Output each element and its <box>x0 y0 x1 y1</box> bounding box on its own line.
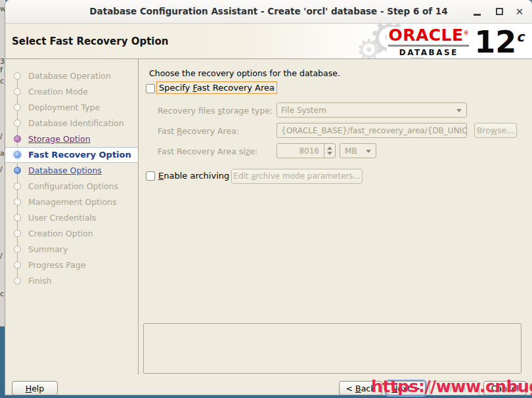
label-text: nable archiving <box>164 171 229 181</box>
button-mnemonic: w <box>491 125 497 135</box>
button-text: elp <box>32 384 44 393</box>
wizard-banner: ⚙ ⚙ ⚙ Select Fast Recovery Option ORACLE… <box>5 24 532 59</box>
minimize-icon[interactable] <box>470 5 485 18</box>
step-dot <box>14 167 21 174</box>
sidebar-item-finish: Finish <box>5 273 138 289</box>
sidebar-separator <box>138 59 139 374</box>
button-mnemonic: B <box>355 384 361 393</box>
background-text-fragment: / <box>0 252 3 259</box>
label-text: Fast <box>158 126 177 136</box>
oracle-logo-left: ORACLE® DATABASE <box>388 27 469 57</box>
sidebar-item-storage-option[interactable]: Storage Option <box>5 131 138 147</box>
logo-divider <box>388 45 469 47</box>
step-dot <box>14 183 21 190</box>
chevron-down-icon <box>456 109 462 112</box>
chevron-down-icon <box>366 150 371 153</box>
step-label[interactable]: Storage Option <box>28 134 91 144</box>
spinner-down-icon <box>327 152 332 155</box>
specify-fra-label[interactable]: Specify Fast Recovery Area <box>156 81 277 94</box>
button-text: < <box>346 384 355 393</box>
button-text: rchive mode parameters... <box>256 171 361 181</box>
page-title: Select Fast Recovery Option <box>12 35 168 47</box>
spinner-value: 8016 <box>299 146 319 156</box>
step-label: Finish <box>28 276 52 286</box>
window-title: Database Configuration Assistant - Creat… <box>5 6 532 16</box>
step-dot <box>14 246 21 253</box>
fra-size-label: Fast Recovery Area size: <box>158 146 257 156</box>
sidebar-item-progress-page: Progress Page <box>5 257 138 273</box>
enable-archiving-label[interactable]: Enable archiving <box>158 171 229 181</box>
oracle-text: ORACLE <box>388 26 463 45</box>
step-dot <box>14 214 21 221</box>
storage-type-dropdown: File System <box>277 102 467 118</box>
button-text: Bro <box>477 125 491 135</box>
button-text: se... <box>497 125 514 135</box>
oracle-database-12c-logo: ORACLE® DATABASE 12 c <box>387 27 525 57</box>
dropdown-value: MB <box>345 146 357 156</box>
sidebar-item-creation-mode: Creation Mode <box>5 84 138 100</box>
registered-mark: ® <box>464 30 470 36</box>
background-text-fragment: c <box>0 290 4 298</box>
instruction-text: Choose the recovery options for the data… <box>149 68 340 78</box>
sidebar-item-summary: Summary <box>5 242 138 257</box>
button-mnemonic: a <box>251 171 255 181</box>
sidebar-item-management-options: Management Options <box>5 194 138 210</box>
watermark-text: https://www.cnbugs.com <box>371 377 532 396</box>
step-dot <box>14 151 21 158</box>
background-text-fragment: / <box>0 166 3 173</box>
label-text: ast Recovery Area <box>197 83 275 93</box>
fra-size-spinner: 8016 <box>277 143 336 158</box>
sidebar-item-database-identification: Database Identification <box>5 116 138 131</box>
edit-archive-mode-button: Edit archive mode parameters... <box>231 169 363 184</box>
help-button[interactable]: Help <box>12 381 58 395</box>
step-dot <box>14 198 21 206</box>
background-text-fragment: f <box>0 66 3 74</box>
step-label: Fast Recovery Option <box>28 150 131 160</box>
step-dot <box>14 72 21 79</box>
step-label: Progress Page <box>28 260 86 270</box>
step-dot <box>14 135 21 143</box>
maximize-icon[interactable] <box>493 5 507 18</box>
label-text: e: <box>250 146 257 156</box>
step-dot <box>14 120 21 127</box>
enable-archiving-checkbox[interactable] <box>146 171 155 181</box>
step-dot <box>14 261 21 269</box>
background-text-fragment: a <box>0 150 5 157</box>
label-text: Recovery files <box>158 106 217 116</box>
step-label: Configuration Options <box>28 181 118 191</box>
dropdown-value: File System <box>281 106 326 115</box>
step-dot <box>14 277 21 284</box>
specify-fra-checkbox[interactable] <box>146 84 155 93</box>
sidebar-item-fast-recovery-option[interactable]: Fast Recovery Option <box>5 147 138 163</box>
database-wordmark: DATABASE <box>388 48 469 57</box>
storage-type-label: Recovery files storage type: <box>158 106 273 116</box>
label-text: ecovery Area: <box>182 126 239 136</box>
version-number: 12 <box>474 28 516 56</box>
gear-icon: ⚙ <box>356 35 382 59</box>
close-icon[interactable]: ✕ <box>512 5 527 18</box>
browse-button: Browse... <box>474 123 517 138</box>
step-label[interactable]: Database Options <box>28 166 102 175</box>
button-text: Edit <box>233 171 251 181</box>
title-bar[interactable]: Database Configuration Assistant - Creat… <box>5 0 532 24</box>
step-label: Deployment Type <box>28 102 100 112</box>
background-text-fragment: 3 <box>0 58 5 65</box>
step-label: Creation Mode <box>28 87 88 97</box>
background-window-sliver: w 3 f c / a / / c <box>0 0 5 326</box>
step-label: Management Options <box>28 197 117 207</box>
label-text: Fast Recovery Area si <box>158 146 246 156</box>
step-label: Database Identification <box>28 118 124 128</box>
fra-path-input: {ORACLE_BASE}/fast_recovery_area/{DB_UNI… <box>277 123 467 138</box>
sidebar-item-user-credentials: User Credentials <box>5 210 138 226</box>
wizard-steps-sidebar: Database Operation Creation Mode Deploym… <box>5 59 138 374</box>
background-text-fragment: c <box>0 77 4 85</box>
sidebar-item-database-options[interactable]: Database Options <box>5 163 138 179</box>
step-label: User Credentials <box>28 213 96 223</box>
label-mnemonic: R <box>177 126 182 136</box>
fra-path-label: Fast Recovery Area: <box>158 126 239 136</box>
edition-letter: c <box>516 29 524 45</box>
sidebar-item-configuration-options: Configuration Options <box>5 179 138 194</box>
sidebar-item-deployment-type: Deployment Type <box>5 100 138 116</box>
step-label: Summary <box>28 244 68 254</box>
step-label: Creation Option <box>28 229 93 238</box>
